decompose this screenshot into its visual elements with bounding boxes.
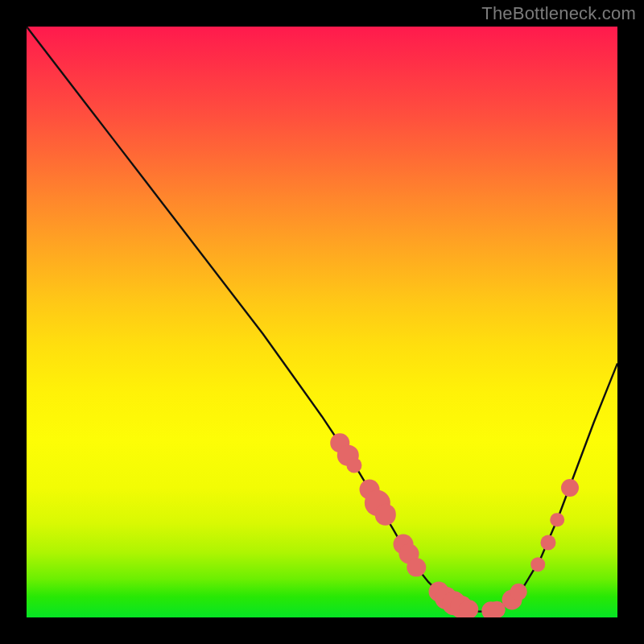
data-point (541, 535, 556, 550)
bottleneck-curve (27, 27, 617, 612)
data-point (530, 557, 545, 572)
data-point (510, 584, 527, 601)
chart-canvas: TheBottleneck.com (0, 0, 644, 644)
data-point (346, 457, 361, 473)
data-point (550, 513, 564, 527)
data-point (561, 479, 579, 497)
plot-area (27, 27, 617, 617)
data-point (459, 600, 477, 617)
watermark-text: TheBottleneck.com (481, 3, 636, 24)
curve-layer (27, 27, 617, 617)
